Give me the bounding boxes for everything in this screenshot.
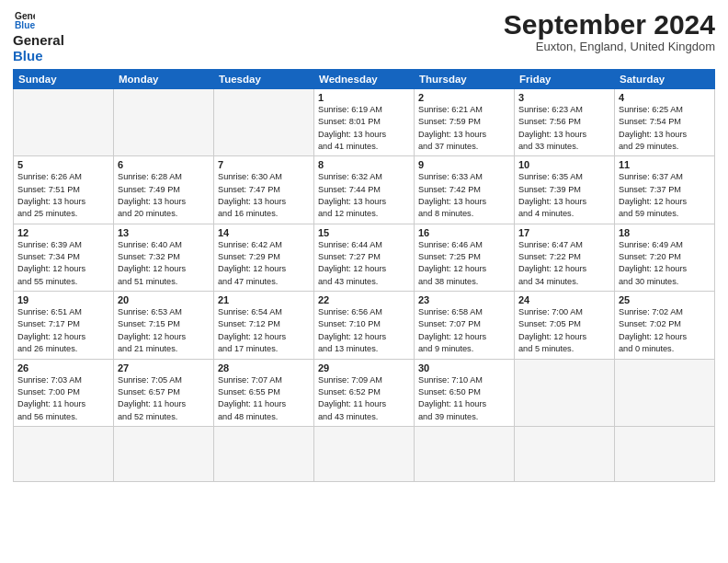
calendar-row: 26Sunrise: 7:03 AM Sunset: 7:00 PM Dayli…	[14, 359, 715, 426]
col-wednesday: Wednesday	[314, 70, 415, 89]
day-info: Sunrise: 6:23 AM Sunset: 7:56 PM Dayligh…	[518, 104, 610, 153]
day-number: 25	[619, 294, 711, 305]
calendar-cell	[214, 426, 314, 481]
day-number: 3	[518, 92, 610, 103]
calendar-cell: 16Sunrise: 6:46 AM Sunset: 7:25 PM Dayli…	[415, 224, 515, 291]
day-number: 15	[318, 227, 410, 238]
calendar-cell	[515, 359, 615, 426]
calendar-cell	[515, 426, 615, 481]
day-info: Sunrise: 6:30 AM Sunset: 7:47 PM Dayligh…	[218, 171, 310, 220]
day-info: Sunrise: 6:40 AM Sunset: 7:32 PM Dayligh…	[118, 239, 210, 288]
logo: General Blue General Blue	[13, 9, 64, 63]
day-number: 5	[17, 159, 109, 170]
header: General Blue General Blue September 2024…	[13, 9, 715, 63]
calendar-cell: 20Sunrise: 6:53 AM Sunset: 7:15 PM Dayli…	[114, 292, 214, 359]
calendar-cell	[214, 89, 314, 156]
day-info: Sunrise: 6:42 AM Sunset: 7:29 PM Dayligh…	[218, 239, 310, 288]
calendar-cell	[415, 426, 515, 481]
calendar-cell: 12Sunrise: 6:39 AM Sunset: 7:34 PM Dayli…	[14, 224, 114, 291]
day-info: Sunrise: 6:51 AM Sunset: 7:17 PM Dayligh…	[17, 306, 109, 355]
svg-text:Blue: Blue	[15, 20, 35, 29]
calendar-cell: 13Sunrise: 6:40 AM Sunset: 7:32 PM Dayli…	[114, 224, 214, 291]
calendar-cell: 6Sunrise: 6:28 AM Sunset: 7:49 PM Daylig…	[114, 156, 214, 224]
day-number: 2	[418, 92, 510, 103]
day-info: Sunrise: 6:54 AM Sunset: 7:12 PM Dayligh…	[218, 306, 310, 355]
day-info: Sunrise: 6:49 AM Sunset: 7:20 PM Dayligh…	[619, 239, 711, 288]
day-info: Sunrise: 6:37 AM Sunset: 7:37 PM Dayligh…	[619, 171, 711, 220]
calendar-cell: 1Sunrise: 6:19 AM Sunset: 8:01 PM Daylig…	[314, 89, 415, 156]
calendar-cell: 11Sunrise: 6:37 AM Sunset: 7:37 PM Dayli…	[615, 156, 715, 224]
logo-blue: Blue	[13, 49, 64, 64]
calendar-cell: 15Sunrise: 6:44 AM Sunset: 7:27 PM Dayli…	[314, 224, 415, 291]
calendar-table: Sunday Monday Tuesday Wednesday Thursday…	[13, 69, 715, 482]
day-info: Sunrise: 7:07 AM Sunset: 6:55 PM Dayligh…	[218, 374, 310, 423]
day-number: 28	[218, 362, 310, 373]
calendar-cell: 22Sunrise: 6:56 AM Sunset: 7:10 PM Dayli…	[314, 292, 415, 359]
calendar-cell	[615, 359, 715, 426]
calendar-cell: 23Sunrise: 6:58 AM Sunset: 7:07 PM Dayli…	[415, 292, 515, 359]
day-number: 17	[518, 227, 610, 238]
title-block: September 2024 Euxton, England, United K…	[504, 9, 715, 53]
day-info: Sunrise: 6:58 AM Sunset: 7:07 PM Dayligh…	[418, 306, 510, 355]
calendar-row: 12Sunrise: 6:39 AM Sunset: 7:34 PM Dayli…	[14, 224, 715, 291]
calendar-cell	[114, 426, 214, 481]
day-number: 12	[17, 227, 109, 238]
day-info: Sunrise: 6:26 AM Sunset: 7:51 PM Dayligh…	[17, 171, 109, 220]
day-number: 14	[218, 227, 310, 238]
calendar-cell: 8Sunrise: 6:32 AM Sunset: 7:44 PM Daylig…	[314, 156, 415, 224]
calendar-cell	[14, 89, 114, 156]
day-info: Sunrise: 6:25 AM Sunset: 7:54 PM Dayligh…	[619, 104, 711, 153]
day-info: Sunrise: 7:02 AM Sunset: 7:02 PM Dayligh…	[619, 306, 711, 355]
day-number: 26	[17, 362, 109, 373]
day-number: 22	[318, 294, 410, 305]
day-number: 8	[318, 159, 410, 170]
day-number: 29	[318, 362, 410, 373]
col-sunday: Sunday	[14, 70, 114, 89]
col-saturday: Saturday	[615, 70, 715, 89]
calendar-cell	[114, 89, 214, 156]
calendar-row: 19Sunrise: 6:51 AM Sunset: 7:17 PM Dayli…	[14, 292, 715, 359]
calendar-cell: 25Sunrise: 7:02 AM Sunset: 7:02 PM Dayli…	[615, 292, 715, 359]
calendar-cell: 5Sunrise: 6:26 AM Sunset: 7:51 PM Daylig…	[14, 156, 114, 224]
calendar-cell: 30Sunrise: 7:10 AM Sunset: 6:50 PM Dayli…	[415, 359, 515, 426]
calendar-cell: 3Sunrise: 6:23 AM Sunset: 7:56 PM Daylig…	[515, 89, 615, 156]
calendar-cell: 2Sunrise: 6:21 AM Sunset: 7:59 PM Daylig…	[415, 89, 515, 156]
day-info: Sunrise: 7:09 AM Sunset: 6:52 PM Dayligh…	[318, 374, 410, 423]
day-info: Sunrise: 6:47 AM Sunset: 7:22 PM Dayligh…	[518, 239, 610, 288]
day-info: Sunrise: 6:53 AM Sunset: 7:15 PM Dayligh…	[118, 306, 210, 355]
calendar-cell: 4Sunrise: 6:25 AM Sunset: 7:54 PM Daylig…	[615, 89, 715, 156]
day-info: Sunrise: 6:32 AM Sunset: 7:44 PM Dayligh…	[318, 171, 410, 220]
day-number: 1	[318, 92, 410, 103]
logo-general: General	[13, 33, 64, 49]
calendar-subtitle: Euxton, England, United Kingdom	[504, 40, 715, 53]
calendar-title: September 2024	[504, 9, 715, 40]
day-number: 10	[518, 159, 610, 170]
day-number: 7	[218, 159, 310, 170]
calendar-cell: 21Sunrise: 6:54 AM Sunset: 7:12 PM Dayli…	[214, 292, 314, 359]
day-info: Sunrise: 6:28 AM Sunset: 7:49 PM Dayligh…	[118, 171, 210, 220]
calendar-cell: 26Sunrise: 7:03 AM Sunset: 7:00 PM Dayli…	[14, 359, 114, 426]
day-info: Sunrise: 6:44 AM Sunset: 7:27 PM Dayligh…	[318, 239, 410, 288]
day-number: 20	[118, 294, 210, 305]
page: General Blue General Blue September 2024…	[0, 0, 728, 563]
col-tuesday: Tuesday	[214, 70, 314, 89]
day-number: 19	[17, 294, 109, 305]
day-number: 16	[418, 227, 510, 238]
day-info: Sunrise: 6:21 AM Sunset: 7:59 PM Dayligh…	[418, 104, 510, 153]
day-number: 30	[418, 362, 510, 373]
calendar-cell: 10Sunrise: 6:35 AM Sunset: 7:39 PM Dayli…	[515, 156, 615, 224]
calendar-cell: 28Sunrise: 7:07 AM Sunset: 6:55 PM Dayli…	[214, 359, 314, 426]
col-thursday: Thursday	[415, 70, 515, 89]
day-info: Sunrise: 7:10 AM Sunset: 6:50 PM Dayligh…	[418, 374, 510, 423]
day-number: 6	[118, 159, 210, 170]
day-number: 4	[619, 92, 711, 103]
col-monday: Monday	[114, 70, 214, 89]
day-info: Sunrise: 7:05 AM Sunset: 6:57 PM Dayligh…	[118, 374, 210, 423]
calendar-cell: 7Sunrise: 6:30 AM Sunset: 7:47 PM Daylig…	[214, 156, 314, 224]
calendar-cell: 27Sunrise: 7:05 AM Sunset: 6:57 PM Dayli…	[114, 359, 214, 426]
logo-icon: General Blue	[15, 9, 35, 29]
day-number: 21	[218, 294, 310, 305]
calendar-cell	[14, 426, 114, 481]
day-number: 18	[619, 227, 711, 238]
day-info: Sunrise: 6:46 AM Sunset: 7:25 PM Dayligh…	[418, 239, 510, 288]
